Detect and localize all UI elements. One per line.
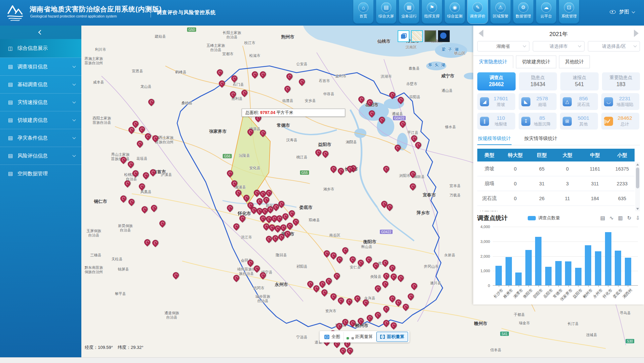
stat-card-1[interactable]: 隐患点 18434 — [519, 72, 557, 90]
sidebar-item-6[interactable]: ▤ 风险评估信息 — [0, 147, 81, 165]
hazard-stat-7[interactable]: 28462 总计 — [601, 113, 639, 130]
table-cell: 地面塌陷 — [477, 206, 501, 211]
stat-card-0[interactable]: 调查点 28462 — [477, 72, 516, 90]
chart-legend[interactable]: 调查点数量 — [528, 215, 560, 221]
bar-湘西州[interactable] — [625, 258, 631, 285]
panel-tab-2[interactable]: 其他统计 — [559, 56, 590, 68]
bar-益阳市[interactable] — [575, 268, 581, 285]
nav-item-2[interactable]: ▦ 业务运行 — [399, 0, 419, 24]
hazard-stat-6[interactable]: ⊞ 5001 其他 — [560, 113, 598, 130]
hazard-stat-4[interactable]: ∥ 110 地裂缝 — [477, 113, 515, 130]
stat-card-3[interactable]: 重要隐患点 183 — [602, 72, 640, 90]
bar-邵阳市[interactable] — [535, 237, 541, 285]
user-menu[interactable]: 梦图 — [610, 9, 635, 15]
table-row-0[interactable]: 滑坡0650116116375 — [477, 161, 635, 176]
nav-item-9[interactable]: ⊡ 系统管理 — [559, 0, 579, 24]
sidebar-item-0[interactable]: ◫ 综合信息展示 — [0, 39, 81, 58]
bar-长沙市[interactable] — [495, 266, 502, 285]
hazard-stat-0[interactable]: ◢ 17601 滑坡 — [477, 93, 515, 110]
hazard-stat-2[interactable]: △ 856 泥石流 — [560, 93, 598, 110]
x-axis-tick — [509, 286, 509, 287]
sidebar-item-2[interactable]: ▤ 基础调查信息 — [0, 75, 81, 93]
panel-tab-1[interactable]: 切坡建房统计 — [516, 56, 556, 68]
bar-常德市[interactable] — [555, 261, 562, 285]
region-select-1[interactable]: 请选择市 — [533, 41, 585, 51]
nav-item-label: 区域预警 — [493, 14, 508, 19]
sidebar-item-label: 调查项目信息 — [17, 64, 48, 70]
survey-bar-chart: 01,0002,0003,0004,000 — [493, 227, 638, 286]
hazard-label: 其他 — [572, 121, 595, 127]
table-row-2[interactable]: 泥石流02611184635 — [477, 191, 635, 206]
chart-tool-icon-1[interactable]: ∿ — [609, 215, 614, 221]
sidebar-item-4[interactable]: ▤ 切坡建房信息 — [0, 111, 81, 129]
bottom-scrollbar-strip[interactable] — [0, 357, 644, 363]
table-cell: 0 — [501, 176, 529, 191]
nav-item-3[interactable]: ⚑ 指挥支撑 — [422, 0, 442, 24]
bar-郴州市[interactable] — [585, 245, 591, 285]
bar-永州市[interactable] — [595, 251, 601, 285]
sidebar-item-5[interactable]: ▤ 孕灾条件信息 — [0, 129, 81, 147]
hazard-count: 28462 — [613, 115, 637, 121]
hazard-stat-3[interactable]: ◡ 2231 地面塌陷 — [601, 93, 639, 110]
hazard-count: 110 — [489, 115, 513, 121]
bar-娄底市[interactable] — [615, 251, 621, 285]
stat-card-2[interactable]: 速报点 541 — [560, 72, 599, 90]
satellite-basemap-thumbnail[interactable] — [425, 30, 436, 42]
nav-item-label: 数据管理 — [516, 14, 531, 19]
table-cell: 0 — [501, 191, 529, 206]
panel-tab-0[interactable]: 灾害隐患统计 — [473, 56, 513, 68]
chart-tool-icon-2[interactable]: ▥ — [618, 215, 623, 221]
bar-岳阳市[interactable] — [545, 267, 552, 285]
dashboard-icon: ▤ — [381, 2, 391, 12]
hazard-stat-5[interactable]: ↧ 85 地面沉降 — [519, 113, 557, 130]
region-select-2[interactable]: 请选择县/区 — [588, 41, 640, 51]
scrollbar-thumb[interactable] — [636, 168, 639, 188]
nav-item-4[interactable]: ◉ 综合监测 — [445, 0, 465, 24]
nav-item-1[interactable]: ▤ 综合大屏 — [376, 0, 396, 24]
chevron-down-icon — [73, 82, 76, 86]
scroll-down-icon[interactable] — [636, 208, 639, 210]
bar-湘潭市[interactable] — [515, 273, 522, 285]
x-axis-tick — [499, 286, 499, 287]
table-row-3[interactable]: 地面塌陷07593951752 — [477, 206, 635, 211]
scroll-up-icon[interactable] — [636, 164, 639, 166]
bar-株洲市[interactable] — [506, 257, 512, 285]
subtab-1[interactable]: 按灾情等级统计 — [524, 134, 558, 145]
subtab-0[interactable]: 按规模等级统计 — [477, 134, 512, 145]
region-select-0[interactable]: 湖南省 — [477, 41, 529, 51]
bar-张家界市[interactable] — [565, 261, 571, 285]
main-nav: ⌂ 首页 ▤ 综合大屏 ▦ 业务运行 ⚑ 指挥支撑 ◉ 综合监测 ✎ 调查评价 … — [353, 0, 582, 24]
sidebar-item-1[interactable]: ▤ 调查项目信息 — [0, 58, 81, 75]
chart-tool-icon-3[interactable]: ↻ — [627, 215, 632, 221]
sidebar-item-3[interactable]: ▤ 灾情速报信息 — [0, 93, 81, 111]
nav-item-6[interactable]: ⚠ 区域预警 — [490, 0, 511, 24]
chart-tool-icon-4[interactable]: ⇩ — [636, 215, 640, 221]
street-basemap-thumbnail[interactable] — [411, 30, 423, 42]
sidebar-item-7[interactable]: ▤ 空间数据管理 — [0, 165, 81, 182]
nav-item-5[interactable]: ✎ 调查评价 — [468, 0, 488, 24]
y-tick-label: 1,000 — [480, 269, 493, 273]
select-value: 请选择市 — [550, 43, 568, 49]
map-tool-2[interactable]: 面积量算 — [376, 332, 408, 342]
table-row-1[interactable]: 崩塌03133112233 — [477, 176, 635, 191]
chart-tool-icon-0[interactable]: ▤ — [600, 215, 605, 221]
map-tool-0[interactable]: 全图 — [321, 332, 344, 341]
business-icon: ▦ — [404, 2, 414, 12]
next-year-button[interactable] — [634, 30, 639, 37]
hazard-stat-1[interactable]: ◣ 2578 崩塌 — [519, 93, 557, 110]
hazard-count: 856 — [572, 96, 595, 102]
nav-item-8[interactable]: ☁ 云平台 — [536, 0, 556, 24]
hazard-label: 崩塌 — [530, 102, 554, 108]
menu-grid-icon: ▤ — [7, 153, 13, 159]
year-label: 2021年 — [477, 30, 640, 38]
table-scrollbar[interactable] — [635, 162, 640, 211]
map-tool-1[interactable]: 距离量算 — [344, 332, 376, 341]
sidebar-collapse-button[interactable] — [0, 26, 81, 39]
globe-basemap-thumbnail[interactable] — [438, 30, 450, 42]
bar-衡阳市[interactable] — [525, 250, 532, 285]
nav-item-7[interactable]: ⚙ 数据管理 — [513, 0, 533, 24]
layers-button[interactable] — [398, 30, 409, 42]
bar-怀化市[interactable] — [605, 232, 611, 285]
nav-item-0[interactable]: ⌂ 首页 — [353, 0, 373, 24]
menu-grid-icon: ◫ — [7, 45, 13, 51]
